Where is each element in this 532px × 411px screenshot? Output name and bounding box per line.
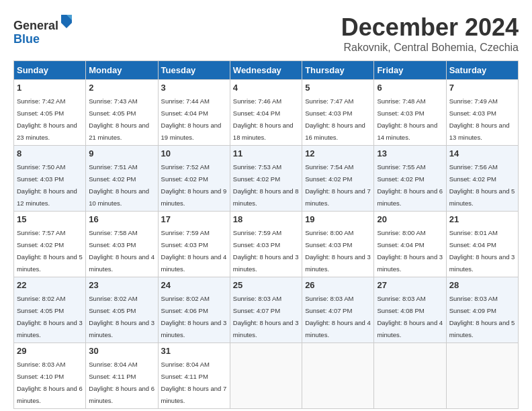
day-info: Sunrise: 8:04 AMSunset: 4:11 PMDaylight:… — [161, 361, 227, 404]
location: Rakovnik, Central Bohemia, Czechia — [341, 42, 519, 54]
day-info: Sunrise: 7:50 AMSunset: 4:03 PMDaylight:… — [17, 163, 77, 207]
day-number: 30 — [89, 346, 154, 356]
col-sunday: Sunday — [14, 61, 86, 80]
col-monday: Monday — [86, 61, 158, 80]
day-number: 9 — [89, 148, 154, 158]
day-number: 5 — [305, 83, 371, 93]
table-row: 19 Sunrise: 8:00 AMSunset: 4:03 PMDaylig… — [302, 212, 374, 277]
day-number: 24 — [161, 280, 227, 290]
day-number: 20 — [377, 214, 443, 224]
day-info: Sunrise: 8:03 AMSunset: 4:07 PMDaylight:… — [305, 295, 371, 338]
day-info: Sunrise: 7:48 AMSunset: 4:03 PMDaylight:… — [377, 97, 437, 141]
day-info: Sunrise: 8:03 AMSunset: 4:09 PMDaylight:… — [449, 295, 515, 338]
table-row: 24 Sunrise: 8:02 AMSunset: 4:06 PMDaylig… — [158, 277, 230, 343]
table-row: 30 Sunrise: 8:04 AMSunset: 4:11 PMDaylig… — [86, 343, 158, 409]
table-row: 18 Sunrise: 7:59 AMSunset: 4:03 PMDaylig… — [230, 212, 302, 277]
day-info: Sunrise: 7:51 AMSunset: 4:02 PMDaylight:… — [89, 163, 149, 207]
day-info: Sunrise: 8:02 AMSunset: 4:06 PMDaylight:… — [161, 295, 227, 338]
logo-blue-text: Blue — [13, 32, 40, 46]
day-info: Sunrise: 8:04 AMSunset: 4:11 PMDaylight:… — [89, 361, 154, 404]
table-row: 1 Sunrise: 7:42 AMSunset: 4:05 PMDayligh… — [14, 80, 86, 146]
calendar-table: Sunday Monday Tuesday Wednesday Thursday… — [13, 60, 519, 409]
day-number: 6 — [377, 83, 443, 93]
day-info: Sunrise: 7:49 AMSunset: 4:03 PMDaylight:… — [449, 97, 510, 141]
table-row — [230, 343, 302, 409]
calendar-header-row: Sunday Monday Tuesday Wednesday Thursday… — [14, 61, 519, 80]
title-block: December 2024 Rakovnik, Central Bohemia,… — [341, 13, 519, 54]
day-number: 4 — [233, 83, 299, 93]
table-row: 8 Sunrise: 7:50 AMSunset: 4:03 PMDayligh… — [14, 146, 86, 212]
day-info: Sunrise: 8:03 AMSunset: 4:10 PMDaylight:… — [17, 361, 83, 404]
table-row: 12 Sunrise: 7:54 AMSunset: 4:02 PMDaylig… — [302, 146, 374, 212]
table-row: 7 Sunrise: 7:49 AMSunset: 4:03 PMDayligh… — [446, 80, 518, 146]
calendar-body: 1 Sunrise: 7:42 AMSunset: 4:05 PMDayligh… — [14, 80, 519, 409]
day-number: 18 — [233, 214, 299, 224]
day-number: 11 — [233, 148, 299, 158]
day-number: 22 — [17, 280, 83, 290]
day-info: Sunrise: 7:54 AMSunset: 4:02 PMDaylight:… — [305, 163, 371, 207]
table-row: 28 Sunrise: 8:03 AMSunset: 4:09 PMDaylig… — [446, 277, 518, 343]
calendar-row: 15 Sunrise: 7:57 AMSunset: 4:02 PMDaylig… — [14, 212, 519, 277]
table-row: 14 Sunrise: 7:56 AMSunset: 4:02 PMDaylig… — [446, 146, 518, 212]
col-friday: Friday — [374, 61, 446, 80]
calendar-row: 8 Sunrise: 7:50 AMSunset: 4:03 PMDayligh… — [14, 146, 519, 212]
day-number: 3 — [161, 83, 227, 93]
day-info: Sunrise: 7:46 AMSunset: 4:04 PMDaylight:… — [233, 97, 294, 141]
table-row: 21 Sunrise: 8:01 AMSunset: 4:04 PMDaylig… — [446, 212, 518, 277]
day-number: 19 — [305, 214, 371, 224]
day-info: Sunrise: 8:03 AMSunset: 4:08 PMDaylight:… — [377, 295, 443, 338]
day-info: Sunrise: 7:53 AMSunset: 4:02 PMDaylight:… — [233, 163, 299, 207]
day-number: 29 — [17, 346, 83, 356]
day-info: Sunrise: 7:42 AMSunset: 4:05 PMDaylight:… — [17, 97, 77, 141]
logo-icon — [60, 13, 73, 30]
day-info: Sunrise: 8:01 AMSunset: 4:04 PMDaylight:… — [449, 229, 515, 273]
day-info: Sunrise: 7:59 AMSunset: 4:03 PMDaylight:… — [233, 229, 299, 273]
table-row: 22 Sunrise: 8:02 AMSunset: 4:05 PMDaylig… — [14, 277, 86, 343]
table-row: 2 Sunrise: 7:43 AMSunset: 4:05 PMDayligh… — [86, 80, 158, 146]
table-row: 29 Sunrise: 8:03 AMSunset: 4:10 PMDaylig… — [14, 343, 86, 409]
calendar-row: 1 Sunrise: 7:42 AMSunset: 4:05 PMDayligh… — [14, 80, 519, 146]
logo: General Blue — [13, 13, 73, 46]
day-info: Sunrise: 7:59 AMSunset: 4:03 PMDaylight:… — [161, 229, 227, 273]
day-number: 12 — [305, 148, 371, 158]
day-number: 1 — [17, 83, 83, 93]
day-info: Sunrise: 7:52 AMSunset: 4:02 PMDaylight:… — [161, 163, 227, 207]
day-number: 10 — [161, 148, 227, 158]
day-number: 21 — [449, 214, 515, 224]
day-info: Sunrise: 7:58 AMSunset: 4:03 PMDaylight:… — [89, 229, 154, 273]
day-info: Sunrise: 8:02 AMSunset: 4:05 PMDaylight:… — [17, 295, 83, 338]
day-info: Sunrise: 8:00 AMSunset: 4:03 PMDaylight:… — [305, 229, 371, 273]
day-info: Sunrise: 7:43 AMSunset: 4:05 PMDaylight:… — [89, 97, 149, 141]
table-row — [446, 343, 518, 409]
day-number: 17 — [161, 214, 227, 224]
table-row: 10 Sunrise: 7:52 AMSunset: 4:02 PMDaylig… — [158, 146, 230, 212]
table-row: 3 Sunrise: 7:44 AMSunset: 4:04 PMDayligh… — [158, 80, 230, 146]
day-number: 13 — [377, 148, 443, 158]
day-number: 23 — [89, 280, 154, 290]
col-saturday: Saturday — [446, 61, 518, 80]
day-number: 31 — [161, 346, 227, 356]
table-row: 15 Sunrise: 7:57 AMSunset: 4:02 PMDaylig… — [14, 212, 86, 277]
day-info: Sunrise: 7:55 AMSunset: 4:02 PMDaylight:… — [377, 163, 443, 207]
table-row: 16 Sunrise: 7:58 AMSunset: 4:03 PMDaylig… — [86, 212, 158, 277]
table-row: 17 Sunrise: 7:59 AMSunset: 4:03 PMDaylig… — [158, 212, 230, 277]
day-number: 14 — [449, 148, 515, 158]
day-number: 7 — [449, 83, 515, 93]
day-info: Sunrise: 8:03 AMSunset: 4:07 PMDaylight:… — [233, 295, 299, 338]
day-number: 8 — [17, 148, 83, 158]
table-row: 9 Sunrise: 7:51 AMSunset: 4:02 PMDayligh… — [86, 146, 158, 212]
col-thursday: Thursday — [302, 61, 374, 80]
day-info: Sunrise: 7:56 AMSunset: 4:02 PMDaylight:… — [449, 163, 515, 207]
table-row — [302, 343, 374, 409]
day-info: Sunrise: 7:44 AMSunset: 4:04 PMDaylight:… — [161, 97, 222, 141]
col-wednesday: Wednesday — [230, 61, 302, 80]
table-row — [374, 343, 446, 409]
table-row: 25 Sunrise: 8:03 AMSunset: 4:07 PMDaylig… — [230, 277, 302, 343]
page-header: General Blue December 2024 Rakovnik, Cen… — [13, 13, 519, 54]
day-number: 27 — [377, 280, 443, 290]
day-number: 15 — [17, 214, 83, 224]
table-row: 23 Sunrise: 8:02 AMSunset: 4:05 PMDaylig… — [86, 277, 158, 343]
table-row: 11 Sunrise: 7:53 AMSunset: 4:02 PMDaylig… — [230, 146, 302, 212]
table-row: 20 Sunrise: 8:00 AMSunset: 4:04 PMDaylig… — [374, 212, 446, 277]
table-row: 26 Sunrise: 8:03 AMSunset: 4:07 PMDaylig… — [302, 277, 374, 343]
